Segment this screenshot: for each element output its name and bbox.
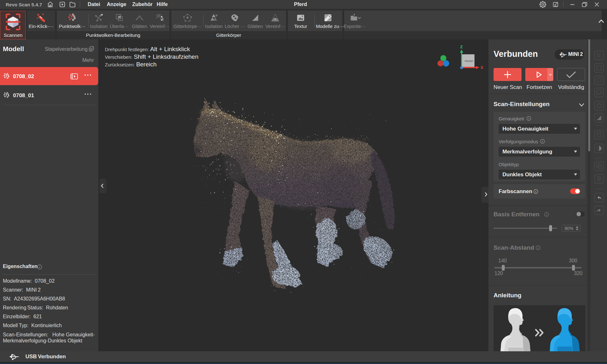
svg-text:Z: Z — [460, 44, 463, 49]
svg-text:X: X — [481, 65, 483, 70]
svg-text:FRONT: FRONT — [465, 60, 474, 63]
